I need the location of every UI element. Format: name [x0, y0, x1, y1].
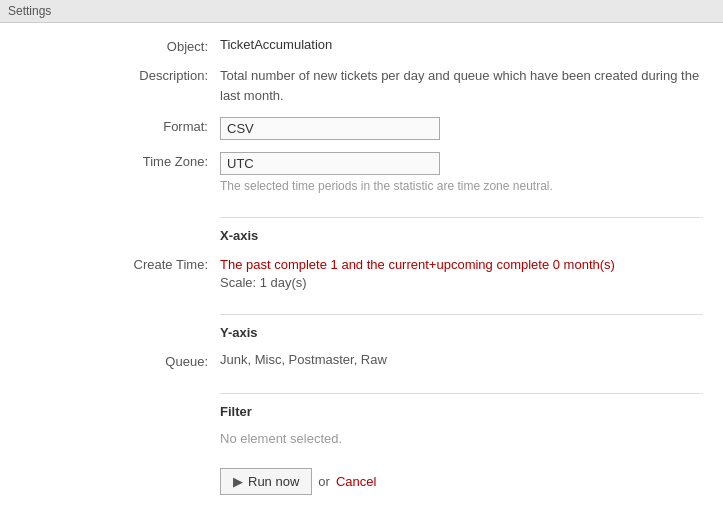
filter-header-col: Filter: [220, 385, 723, 421]
content-area: Object: TicketAccumulation Description: …: [0, 23, 723, 514]
yaxis-header-row: Y-axis: [0, 296, 723, 346]
filter-note: No element selected.: [220, 431, 342, 446]
queue-label: Queue:: [0, 352, 220, 369]
description-value: Total number of new tickets per day and …: [220, 68, 699, 103]
inner-content: Object: TicketAccumulation Description: …: [0, 23, 723, 514]
scale-value: Scale: 1 day(s): [220, 275, 703, 290]
filter-title: Filter: [220, 398, 703, 421]
filter-divider: [220, 393, 703, 394]
page-title: Settings: [8, 4, 51, 18]
filter-header-row: Filter: [0, 375, 723, 425]
queue-value: Junk, Misc, Postmaster, Raw: [220, 352, 387, 367]
description-label: Description:: [0, 66, 220, 83]
format-value-col: [220, 117, 723, 140]
filter-label-spacer: [0, 385, 220, 387]
button-col: ▶ Run now or Cancel: [220, 458, 723, 503]
object-label: Object:: [0, 37, 220, 54]
run-now-label: Run now: [248, 474, 299, 489]
queue-value-col: Junk, Misc, Postmaster, Raw: [220, 352, 723, 367]
xaxis-divider: [220, 217, 703, 218]
timezone-value-col: The selected time periods in the statist…: [220, 152, 723, 193]
format-row: Format:: [0, 111, 723, 146]
filter-note-col: No element selected.: [220, 431, 723, 446]
description-value-col: Total number of new tickets per day and …: [220, 66, 723, 105]
run-now-icon: ▶: [233, 474, 243, 489]
page-container: Settings Object: TicketAccumulation Desc…: [0, 0, 723, 514]
cancel-link[interactable]: Cancel: [336, 474, 376, 489]
run-now-button[interactable]: ▶ Run now: [220, 468, 312, 495]
timezone-note: The selected time periods in the statist…: [220, 179, 703, 193]
timezone-input[interactable]: [220, 152, 440, 175]
object-value: TicketAccumulation: [220, 37, 332, 52]
timezone-row: Time Zone: The selected time periods in …: [0, 146, 723, 199]
xaxis-header-row: X-axis: [0, 199, 723, 249]
filter-note-spacer: [0, 431, 220, 433]
create-time-value-col: The past complete 1 and the current+upco…: [220, 255, 723, 290]
yaxis-divider: [220, 314, 703, 315]
timezone-label: Time Zone:: [0, 152, 220, 169]
button-spacer: [0, 458, 220, 460]
format-label: Format:: [0, 117, 220, 134]
yaxis-header-col: Y-axis: [220, 306, 723, 342]
queue-row: Queue: Junk, Misc, Postmaster, Raw: [0, 346, 723, 375]
object-value-col: TicketAccumulation: [220, 37, 723, 52]
xaxis-label-spacer: [0, 209, 220, 211]
create-time-label: Create Time:: [0, 255, 220, 272]
create-time-row: Create Time: The past complete 1 and the…: [0, 249, 723, 296]
page-title-bar: Settings: [0, 0, 723, 23]
yaxis-title: Y-axis: [220, 319, 703, 342]
filter-note-row: No element selected.: [0, 425, 723, 452]
or-text: or: [318, 474, 330, 489]
create-time-value: The past complete 1 and the current+upco…: [220, 255, 703, 275]
button-row: ▶ Run now or Cancel: [0, 452, 723, 509]
object-row: Object: TicketAccumulation: [0, 31, 723, 60]
description-row: Description: Total number of new tickets…: [0, 60, 723, 111]
format-input[interactable]: [220, 117, 440, 140]
button-group: ▶ Run now or Cancel: [220, 458, 703, 503]
yaxis-label-spacer: [0, 306, 220, 308]
xaxis-header-col: X-axis: [220, 209, 723, 245]
xaxis-title: X-axis: [220, 222, 703, 245]
